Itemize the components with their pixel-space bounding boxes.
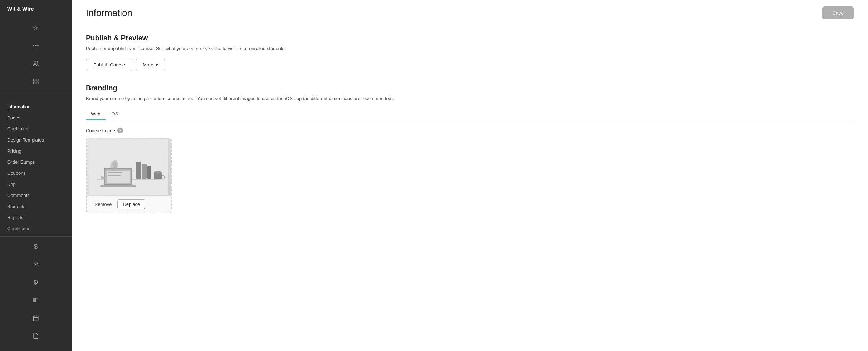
svg-point-0 — [34, 61, 36, 63]
file-icon[interactable] — [29, 330, 42, 342]
branding-tabs: Web iOS — [86, 108, 854, 120]
settings-icon[interactable]: ⚙ — [29, 276, 42, 289]
svg-point-25 — [112, 160, 118, 169]
svg-point-23 — [154, 171, 162, 174]
page-header: Information Save — [72, 0, 868, 23]
svg-rect-21 — [100, 185, 136, 187]
library-icon[interactable] — [29, 294, 42, 307]
analytics-icon[interactable]: 〜 — [29, 39, 42, 52]
replace-image-button[interactable]: Replace — [117, 199, 145, 209]
sidebar-item-pricing[interactable]: Pricing — [0, 145, 72, 157]
calendar-icon[interactable] — [29, 312, 42, 325]
users-icon[interactable] — [29, 57, 42, 70]
sidebar-item-certificates[interactable]: Certificates — [0, 223, 72, 234]
svg-rect-2 — [36, 79, 38, 81]
sidebar-item-drip[interactable]: Drip — [0, 179, 72, 190]
course-image-label: Course Image ? — [86, 128, 854, 133]
layout-icon[interactable] — [29, 75, 42, 88]
svg-rect-19 — [108, 174, 119, 174]
sidebar-item-reports[interactable]: Reports — [0, 212, 72, 223]
svg-rect-18 — [108, 172, 122, 173]
save-button[interactable]: Save — [822, 6, 854, 19]
image-upload-box[interactable]: Remove Replace — [86, 138, 172, 213]
branding-section-description: Brand your course by setting a custom co… — [86, 95, 854, 102]
svg-rect-14 — [147, 166, 151, 179]
svg-rect-3 — [33, 82, 35, 84]
sidebar-item-order-bumps[interactable]: Order Bumps — [0, 157, 72, 168]
sidebar-bottom-icons: $ ✉ ⚙ — [0, 236, 72, 351]
info-icon[interactable]: ? — [117, 128, 123, 133]
remove-image-button[interactable]: Remove — [92, 200, 114, 208]
app-logo: Wit & Wire — [0, 0, 72, 18]
publish-buttons-group: Publish Course More ▾ — [86, 59, 854, 71]
mail-icon[interactable]: ✉ — [29, 258, 42, 271]
tab-ios[interactable]: iOS — [106, 108, 123, 120]
sidebar-item-curriculum[interactable]: Curriculum — [0, 123, 72, 134]
sidebar-icon-group: ☆ 〜 — [0, 18, 72, 92]
svg-rect-13 — [142, 164, 147, 179]
sidebar-item-pages[interactable]: Pages — [0, 112, 72, 123]
svg-rect-26 — [101, 176, 103, 179]
sidebar-item-comments[interactable]: Comments — [0, 190, 72, 201]
page-title: Information — [86, 8, 132, 19]
svg-rect-12 — [136, 162, 141, 179]
sidebar: Wit & Wire ☆ 〜 Profitable Course Bluepri… — [0, 0, 72, 351]
chevron-down-icon: ▾ — [156, 62, 158, 68]
sidebar-item-coupons[interactable]: Coupons — [0, 168, 72, 179]
svg-rect-20 — [108, 175, 121, 176]
image-preview — [87, 138, 171, 196]
dollar-icon[interactable]: $ — [29, 240, 42, 253]
sidebar-navigation: Information Pages Curriculum Design Temp… — [0, 99, 72, 236]
sidebar-item-design-templates[interactable]: Design Templates — [0, 134, 72, 145]
analytics2-icon[interactable] — [29, 347, 42, 351]
branding-section: Branding Brand your course by setting a … — [86, 84, 854, 214]
svg-rect-4 — [36, 82, 38, 84]
page-body: Publish & Preview Publish or unpublish y… — [72, 23, 868, 237]
publish-course-button[interactable]: Publish Course — [86, 59, 132, 71]
branding-section-title: Branding — [86, 84, 854, 92]
svg-rect-27 — [103, 177, 105, 179]
publish-section-description: Publish or unpublish your course. See wh… — [86, 45, 854, 52]
svg-rect-6 — [33, 316, 38, 321]
image-actions: Remove Replace — [87, 196, 171, 213]
sidebar-item-information[interactable]: Information — [0, 101, 72, 112]
publish-section: Publish & Preview Publish or unpublish y… — [86, 34, 854, 71]
publish-section-title: Publish & Preview — [86, 34, 854, 42]
sidebar-item-students[interactable]: Students — [0, 201, 72, 212]
svg-rect-1 — [33, 79, 35, 81]
svg-rect-5 — [36, 298, 38, 302]
tab-web[interactable]: Web — [86, 108, 106, 120]
main-content: Information Save Publish & Preview Publi… — [72, 0, 868, 351]
more-button[interactable]: More ▾ — [136, 59, 165, 71]
favorites-icon[interactable]: ☆ — [29, 21, 42, 34]
